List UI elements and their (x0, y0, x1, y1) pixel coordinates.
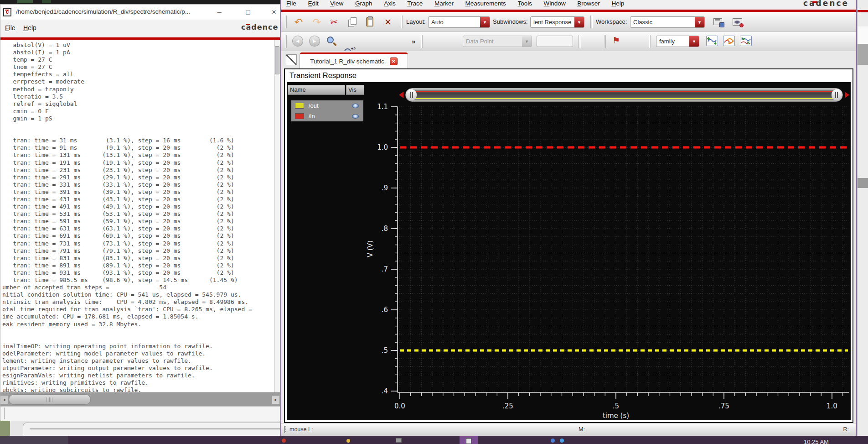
taskbar-active-app[interactable] (460, 436, 478, 444)
toolbar-grip[interactable] (590, 16, 593, 28)
trace-color-swatch[interactable] (295, 103, 304, 109)
update-plot-icon[interactable] (706, 36, 718, 46)
toolbar-grip[interactable] (421, 35, 423, 48)
subwindows-dropdown[interactable]: ient Response ▼ (530, 16, 584, 28)
menu-trace[interactable]: Trace (407, 0, 423, 7)
legend-header-vis[interactable]: Vis (346, 85, 364, 95)
menu-file[interactable]: File (5, 24, 16, 31)
svg-text:0.0: 0.0 (394, 402, 405, 410)
desktop-corner (0, 420, 10, 436)
workspace-dropdown[interactable]: Classic ▼ (630, 16, 705, 28)
background-band (858, 44, 868, 65)
menu-file[interactable]: File (286, 0, 296, 7)
tab-tutorial1-rdiv-schematic[interactable]: Tutorial_1 R_div schematic ✕ (300, 52, 408, 68)
vertical-scrollbar-thumb[interactable] (275, 46, 279, 74)
fit-traces-icon[interactable] (740, 36, 752, 46)
horizontal-scrollbar-thumb[interactable] (9, 394, 91, 405)
refresh-plot-icon[interactable] (723, 36, 735, 46)
family-dropdown[interactable]: family ▼ (656, 36, 699, 47)
close-button[interactable]: ✕ (267, 7, 281, 17)
toolbar-overflow-chevron[interactable]: » (412, 37, 415, 45)
slider-trace-in-preview (411, 91, 837, 92)
background-red-line (858, 10, 868, 12)
taskbar-app-icon[interactable] (560, 439, 564, 443)
slider-left-handle[interactable] (407, 89, 417, 100)
chevron-down-icon[interactable]: ▼ (574, 17, 584, 27)
spectre-output-window: c /home/benjed1/cadence/simulation/R_div… (0, 4, 280, 420)
delete-icon[interactable]: ✕ (381, 15, 395, 29)
trace-color-swatch[interactable] (295, 113, 304, 119)
toolbar-grip[interactable] (579, 35, 581, 48)
svg-text:1.0: 1.0 (377, 143, 388, 151)
thumb-grip (46, 397, 53, 402)
menu-edit[interactable]: Edit (308, 0, 318, 7)
scroll-right-icon[interactable]: ▸ (272, 396, 279, 404)
menu-tools[interactable]: Tools (517, 0, 532, 7)
menu-browser[interactable]: Browser (577, 0, 600, 7)
background-fragment (17, 0, 33, 3)
legend-row-out[interactable]: /out (291, 100, 363, 111)
taskbar-app-icon[interactable] (346, 439, 350, 443)
slider-right-handle[interactable] (832, 89, 842, 100)
minimize-button[interactable]: ─ (212, 7, 226, 17)
chevron-down-icon[interactable]: ▼ (480, 17, 490, 27)
os-taskbar[interactable]: 10:25 AM (0, 436, 868, 444)
chevron-down-icon[interactable]: ▼ (522, 36, 532, 47)
flag-icon[interactable]: ⚑ (612, 35, 620, 45)
slider-track[interactable] (405, 88, 843, 102)
viva-graph-window: File Edit View Graph Axis Trace Marker M… (280, 0, 857, 436)
menu-marker[interactable]: Marker (434, 0, 454, 7)
menu-axis[interactable]: Axis (384, 0, 396, 7)
back-icon[interactable]: ◀ (292, 36, 303, 47)
chevron-down-icon[interactable]: ▼ (689, 36, 699, 47)
toolbar-grip[interactable] (401, 16, 403, 28)
menu-graph[interactable]: Graph (355, 0, 372, 7)
title-bar[interactable]: c /home/benjed1/cadence/simulation/R_div… (0, 5, 280, 20)
legend-row-in[interactable]: /in (291, 111, 363, 121)
plot-canvas[interactable]: 1.11.0.9.8.7.6.5.40.0.25.5.751.0time (s)… (365, 82, 851, 420)
taskbar-app-icon[interactable] (396, 438, 402, 443)
menu-view[interactable]: View (330, 0, 343, 7)
cut-icon[interactable]: ✂ (327, 15, 341, 29)
scroll-left-icon[interactable]: ◂ (0, 396, 8, 404)
save-workspace-icon[interactable] (712, 16, 726, 30)
toolbar-grip[interactable] (285, 35, 287, 48)
plot-range-slider[interactable] (399, 88, 849, 102)
vertical-scrollbar[interactable] (274, 40, 280, 392)
menu-measurements[interactable]: Measurements (465, 0, 506, 7)
svg-text:1.0: 1.0 (827, 402, 837, 410)
legend-header-name[interactable]: Name (288, 85, 345, 95)
menu-help[interactable]: Help (23, 24, 36, 31)
copy-icon[interactable] (345, 15, 360, 29)
horizontal-scrollbar[interactable]: ◂ ▸ (0, 392, 280, 406)
taskbar-app-icon[interactable] (282, 439, 286, 443)
toolbar-grip[interactable] (604, 35, 606, 48)
slider-thumb[interactable] (407, 89, 842, 100)
menu-help[interactable]: Help (611, 0, 624, 7)
point-value-input[interactable] (537, 36, 573, 47)
forward-icon[interactable]: ▶ (309, 36, 320, 47)
chevron-down-icon[interactable]: ▼ (695, 17, 704, 27)
workspace-view-icon[interactable] (731, 16, 745, 30)
visibility-eye-icon[interactable] (352, 104, 359, 108)
redo-icon[interactable]: ↷ (310, 15, 324, 29)
zoom-fit-icon[interactable] (326, 36, 338, 47)
maximize-button[interactable]: □ (241, 7, 255, 17)
menu-window[interactable]: Window (544, 0, 566, 7)
paste-icon[interactable] (362, 15, 377, 29)
subwindows-label: Subwindows: (493, 18, 528, 25)
layout-dropdown[interactable]: Auto ▼ (428, 16, 490, 28)
svg-text:.25: .25 (502, 402, 513, 410)
background-fragment (42, 0, 51, 3)
toolbar-grip[interactable] (285, 16, 287, 28)
split-view-icon[interactable] (286, 54, 297, 65)
tab-close-icon[interactable]: ✕ (390, 57, 398, 65)
toolbar-grip[interactable] (649, 35, 651, 48)
taskbar-app-icon[interactable] (551, 439, 555, 443)
point-mode-dropdown[interactable]: Data Point ▼ (463, 36, 532, 47)
undo-icon[interactable]: ↶ (291, 15, 306, 29)
slider-left-arrow-icon[interactable] (399, 92, 403, 98)
background-band (858, 178, 868, 188)
slider-right-arrow-icon[interactable] (845, 92, 849, 98)
visibility-eye-icon[interactable] (352, 114, 359, 119)
